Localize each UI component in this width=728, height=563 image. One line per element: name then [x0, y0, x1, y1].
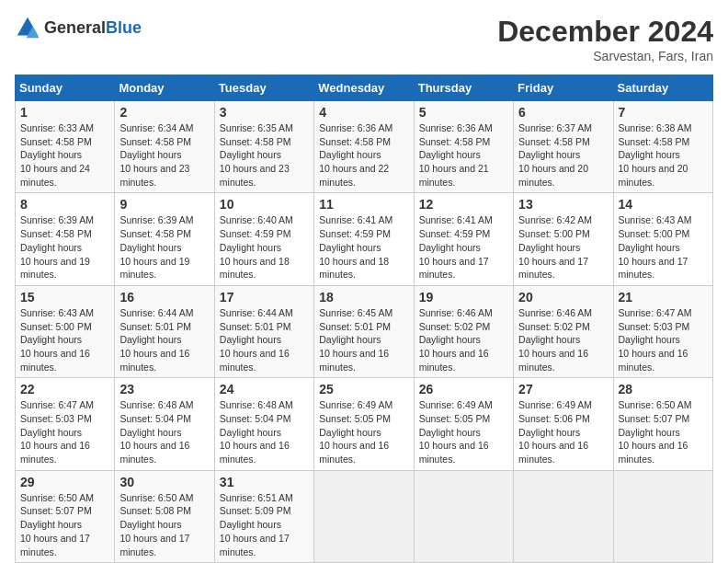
day-number: 11	[319, 197, 408, 212]
weekday-header-tuesday: Tuesday	[214, 75, 313, 101]
weekday-header-saturday: Saturday	[613, 75, 712, 101]
day-number: 9	[119, 197, 209, 212]
calendar-cell: 23Sunrise: 6:48 AMSunset: 5:04 PMDayligh…	[115, 378, 214, 470]
day-info: Sunrise: 6:50 AMSunset: 5:07 PMDaylight …	[619, 398, 708, 465]
day-info: Sunrise: 6:43 AMSunset: 5:00 PMDaylight …	[20, 306, 109, 373]
calendar-cell: 18Sunrise: 6:45 AMSunset: 5:01 PMDayligh…	[314, 285, 414, 377]
day-info: Sunrise: 6:33 AMSunset: 4:58 PMDaylight …	[20, 121, 109, 189]
day-number: 22	[20, 382, 109, 396]
calendar-title: December 2024	[497, 15, 713, 49]
day-number: 14	[619, 197, 708, 212]
calendar-cell: 24Sunrise: 6:48 AMSunset: 5:04 PMDayligh…	[214, 378, 313, 470]
title-block: December 2024 Sarvestan, Fars, Iran	[497, 15, 713, 63]
day-info: Sunrise: 6:39 AMSunset: 4:58 PMDaylight …	[119, 213, 209, 281]
day-info: Sunrise: 6:41 AMSunset: 4:59 PMDaylight …	[419, 213, 508, 281]
calendar-cell: 14Sunrise: 6:43 AMSunset: 5:00 PMDayligh…	[613, 193, 712, 285]
day-number: 23	[119, 382, 209, 396]
day-number: 7	[619, 105, 708, 120]
day-info: Sunrise: 6:45 AMSunset: 5:01 PMDaylight …	[319, 306, 408, 373]
day-info: Sunrise: 6:47 AMSunset: 5:03 PMDaylight …	[619, 306, 708, 373]
calendar-cell: 6Sunrise: 6:37 AMSunset: 4:58 PMDaylight…	[514, 101, 613, 193]
day-number: 24	[220, 382, 309, 396]
day-number: 27	[518, 382, 608, 396]
day-info: Sunrise: 6:50 AMSunset: 5:08 PMDaylight …	[119, 491, 209, 558]
day-info: Sunrise: 6:42 AMSunset: 5:00 PMDaylight …	[518, 213, 608, 281]
logo: GeneralBlue	[15, 15, 142, 40]
week-row-3: 15Sunrise: 6:43 AMSunset: 5:00 PMDayligh…	[16, 285, 713, 377]
day-info: Sunrise: 6:51 AMSunset: 5:09 PMDaylight …	[220, 491, 309, 558]
calendar-cell: 25Sunrise: 6:49 AMSunset: 5:05 PMDayligh…	[314, 378, 414, 470]
day-number: 19	[419, 290, 508, 304]
day-number: 21	[619, 290, 708, 304]
day-info: Sunrise: 6:36 AMSunset: 4:58 PMDaylight …	[419, 121, 508, 189]
calendar-cell: 17Sunrise: 6:44 AMSunset: 5:01 PMDayligh…	[214, 285, 313, 377]
calendar-cell: 22Sunrise: 6:47 AMSunset: 5:03 PMDayligh…	[16, 378, 115, 470]
calendar-cell: 5Sunrise: 6:36 AMSunset: 4:58 PMDaylight…	[414, 101, 513, 193]
day-number: 29	[20, 475, 109, 489]
day-number: 17	[220, 290, 309, 304]
day-number: 13	[518, 197, 608, 212]
calendar-cell: 15Sunrise: 6:43 AMSunset: 5:00 PMDayligh…	[16, 285, 115, 377]
week-row-1: 1Sunrise: 6:33 AMSunset: 4:58 PMDaylight…	[16, 101, 713, 193]
weekday-header-row: SundayMondayTuesdayWednesdayThursdayFrid…	[16, 75, 713, 101]
calendar-cell: 9Sunrise: 6:39 AMSunset: 4:58 PMDaylight…	[115, 193, 214, 285]
logo-general: General	[44, 18, 106, 37]
weekday-header-thursday: Thursday	[414, 75, 513, 101]
day-number: 18	[319, 290, 408, 304]
week-row-2: 8Sunrise: 6:39 AMSunset: 4:58 PMDaylight…	[16, 193, 713, 285]
calendar-cell: 11Sunrise: 6:41 AMSunset: 4:59 PMDayligh…	[314, 193, 414, 285]
day-info: Sunrise: 6:35 AMSunset: 4:58 PMDaylight …	[220, 121, 309, 189]
day-info: Sunrise: 6:36 AMSunset: 4:58 PMDaylight …	[319, 121, 408, 189]
day-number: 2	[119, 105, 209, 120]
day-number: 28	[619, 382, 708, 396]
calendar-cell	[414, 470, 513, 562]
calendar-cell	[514, 470, 613, 562]
day-number: 12	[419, 197, 508, 212]
calendar-cell: 26Sunrise: 6:49 AMSunset: 5:05 PMDayligh…	[414, 378, 513, 470]
logo-blue: Blue	[106, 18, 142, 37]
day-number: 30	[119, 475, 209, 489]
logo-icon	[15, 15, 40, 40]
page-header: GeneralBlue December 2024 Sarvestan, Far…	[15, 15, 713, 63]
calendar-cell: 30Sunrise: 6:50 AMSunset: 5:08 PMDayligh…	[115, 470, 214, 562]
calendar-cell	[314, 470, 414, 562]
logo-text: GeneralBlue	[44, 18, 142, 38]
day-number: 3	[220, 105, 309, 120]
calendar-cell: 4Sunrise: 6:36 AMSunset: 4:58 PMDaylight…	[314, 101, 414, 193]
day-number: 16	[119, 290, 209, 304]
calendar-cell: 31Sunrise: 6:51 AMSunset: 5:09 PMDayligh…	[214, 470, 313, 562]
day-number: 31	[220, 475, 309, 489]
calendar-cell: 16Sunrise: 6:44 AMSunset: 5:01 PMDayligh…	[115, 285, 214, 377]
day-number: 20	[518, 290, 608, 304]
week-row-5: 29Sunrise: 6:50 AMSunset: 5:07 PMDayligh…	[16, 470, 713, 562]
day-info: Sunrise: 6:43 AMSunset: 5:00 PMDaylight …	[619, 213, 708, 281]
calendar-location: Sarvestan, Fars, Iran	[497, 49, 713, 63]
weekday-header-friday: Friday	[514, 75, 613, 101]
day-info: Sunrise: 6:48 AMSunset: 5:04 PMDaylight …	[220, 398, 309, 465]
day-number: 25	[319, 382, 408, 396]
day-info: Sunrise: 6:49 AMSunset: 5:06 PMDaylight …	[518, 398, 608, 465]
calendar-cell: 3Sunrise: 6:35 AMSunset: 4:58 PMDaylight…	[214, 101, 313, 193]
week-row-4: 22Sunrise: 6:47 AMSunset: 5:03 PMDayligh…	[16, 378, 713, 470]
day-info: Sunrise: 6:47 AMSunset: 5:03 PMDaylight …	[20, 398, 109, 465]
calendar-cell: 2Sunrise: 6:34 AMSunset: 4:58 PMDaylight…	[115, 101, 214, 193]
day-info: Sunrise: 6:50 AMSunset: 5:07 PMDaylight …	[20, 491, 109, 558]
calendar-cell: 29Sunrise: 6:50 AMSunset: 5:07 PMDayligh…	[16, 470, 115, 562]
day-info: Sunrise: 6:37 AMSunset: 4:58 PMDaylight …	[518, 121, 608, 189]
day-number: 6	[518, 105, 608, 120]
day-info: Sunrise: 6:48 AMSunset: 5:04 PMDaylight …	[119, 398, 209, 465]
day-info: Sunrise: 6:49 AMSunset: 5:05 PMDaylight …	[419, 398, 508, 465]
calendar-cell: 21Sunrise: 6:47 AMSunset: 5:03 PMDayligh…	[613, 285, 712, 377]
calendar-cell: 1Sunrise: 6:33 AMSunset: 4:58 PMDaylight…	[16, 101, 115, 193]
calendar-cell: 20Sunrise: 6:46 AMSunset: 5:02 PMDayligh…	[514, 285, 613, 377]
day-info: Sunrise: 6:46 AMSunset: 5:02 PMDaylight …	[518, 306, 608, 373]
calendar-cell: 28Sunrise: 6:50 AMSunset: 5:07 PMDayligh…	[613, 378, 712, 470]
day-info: Sunrise: 6:40 AMSunset: 4:59 PMDaylight …	[220, 213, 309, 281]
weekday-header-wednesday: Wednesday	[314, 75, 414, 101]
day-info: Sunrise: 6:49 AMSunset: 5:05 PMDaylight …	[319, 398, 408, 465]
day-number: 26	[419, 382, 508, 396]
day-info: Sunrise: 6:34 AMSunset: 4:58 PMDaylight …	[119, 121, 209, 189]
day-number: 5	[419, 105, 508, 120]
calendar-cell: 7Sunrise: 6:38 AMSunset: 4:58 PMDaylight…	[613, 101, 712, 193]
day-info: Sunrise: 6:41 AMSunset: 4:59 PMDaylight …	[319, 213, 408, 281]
